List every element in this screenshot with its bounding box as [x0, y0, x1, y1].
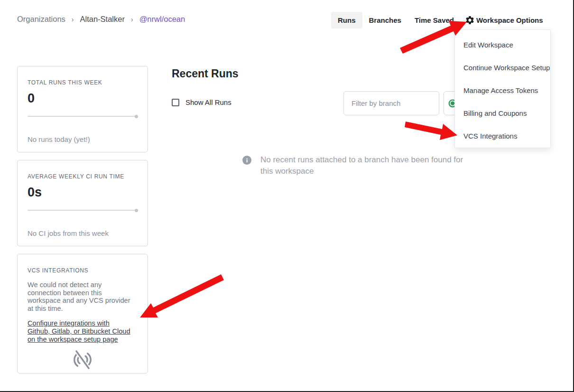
tab-runs[interactable]: Runs: [331, 12, 362, 28]
tab-time-saved[interactable]: Time Saved: [408, 12, 461, 28]
no-connection-icon: [71, 347, 94, 370]
menu-item-edit-workspace[interactable]: Edit Workspace: [455, 33, 550, 56]
vcs-integrations-card: VCS INTEGRATIONS We could not detect any…: [17, 254, 148, 373]
avg-ci-time-value: 0s: [28, 185, 42, 200]
breadcrumb-organization[interactable]: Altan-Stalker: [80, 15, 124, 24]
chevron-right-icon: ›: [131, 15, 133, 23]
vcs-card-description: We could not detect any connection betwe…: [28, 281, 136, 312]
tab-branches[interactable]: Branches: [362, 12, 408, 28]
avg-ci-time-card: AVERAGE WEEKLY CI RUN TIME 0s No CI jobs…: [17, 160, 148, 246]
workspace-runs-page: Organizations › Altan-Stalker › @nrwl/oc…: [0, 0, 574, 392]
sparkline-chart: [28, 210, 136, 211]
menu-item-billing-and-coupons[interactable]: Billing and Coupons: [455, 102, 550, 124]
breadcrumb: Organizations › Altan-Stalker › @nrwl/oc…: [17, 15, 185, 24]
gear-icon: [465, 15, 475, 25]
annotation-arrow-configure-link: [140, 274, 224, 317]
workspace-options-button[interactable]: Workspace Options: [465, 15, 543, 25]
empty-state-text: No recent runs attached to a branch have…: [260, 154, 465, 177]
workspace-options-menu: Edit Workspace Continue Workspace Setup …: [454, 29, 551, 148]
card-title: TOTAL RUNS THIS WEEK: [28, 79, 102, 86]
show-all-runs-checkbox[interactable]: [172, 99, 179, 106]
breadcrumb-organizations[interactable]: Organizations: [17, 15, 65, 24]
menu-item-continue-workspace-setup[interactable]: Continue Workspace Setup: [455, 56, 550, 79]
breadcrumb-workspace[interactable]: @nrwl/ocean: [139, 15, 185, 24]
filter-by-branch-input[interactable]: [343, 91, 439, 115]
sparkline-dot: [135, 115, 138, 118]
configure-integrations-link[interactable]: Configure integrations with Github, Gitl…: [28, 319, 133, 343]
annotation-arrow-vcs-menu-item: [405, 121, 457, 140]
card-note: No runs today (yet!): [28, 135, 90, 143]
card-note: No CI jobs from this week: [28, 229, 109, 237]
page-title: Recent Runs: [172, 67, 239, 80]
menu-item-vcs-integrations[interactable]: VCS Integrations: [455, 124, 550, 147]
card-title: VCS INTEGRATIONS: [28, 267, 138, 274]
total-runs-value: 0: [28, 91, 35, 106]
card-title: AVERAGE WEEKLY CI RUN TIME: [28, 173, 124, 180]
sparkline-dot: [135, 209, 138, 212]
top-tab-bar: Runs Branches Time Saved Workspace Optio…: [331, 12, 543, 28]
menu-item-manage-access-tokens[interactable]: Manage Access Tokens: [455, 79, 550, 102]
sparkline-chart: [28, 116, 136, 117]
show-all-runs-toggle[interactable]: Show All Runs: [172, 98, 231, 106]
show-all-runs-label: Show All Runs: [185, 98, 231, 106]
workspace-options-label: Workspace Options: [476, 16, 543, 24]
info-icon: i: [242, 156, 251, 165]
chevron-right-icon: ›: [72, 15, 74, 23]
total-runs-card: TOTAL RUNS THIS WEEK 0 No runs today (ye…: [17, 66, 148, 152]
empty-state-message: i No recent runs attached to a branch ha…: [242, 154, 465, 177]
